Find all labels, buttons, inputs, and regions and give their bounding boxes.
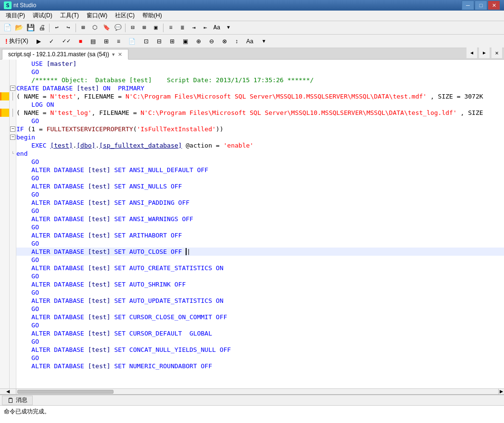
code-line-3: /****** Object: Database [test] Script D… [16,76,504,84]
save-button[interactable]: 💾 [25,23,36,33]
redo-button[interactable]: ↪ [63,23,74,33]
gutter-13 [0,158,9,166]
message-tab-bar: 🗒 消息 [0,395,504,406]
collapse-9[interactable]: − [10,125,16,133]
extra-button1[interactable]: ⊟ [127,23,138,33]
new-button[interactable]: 📄 [2,23,13,33]
collapse-18 [10,199,16,207]
code-line-24[interactable]: ALTER DATABASE [test] SET AUTO_CLOSE OFF… [16,248,504,256]
collapse-16 [10,182,16,190]
scroll-right-btn[interactable]: ▶ [498,389,504,394]
minimize-button[interactable]: ─ [462,0,474,10]
exec6-button[interactable]: ⊕ [193,36,204,47]
collapse-4[interactable]: − [10,84,16,92]
menu-debug[interactable]: 调试(D) [29,11,56,21]
debug-button[interactable]: ⬡ [89,23,100,33]
exec7-button[interactable]: ⊖ [206,36,217,47]
gutter-36 [0,346,9,354]
execute-button[interactable]: ! 执行(X) [2,36,32,47]
exec9-button[interactable]: ↕ [232,36,241,47]
gutter-10 [0,133,9,141]
collapse-20 [10,215,16,223]
code-panel[interactable]: USE [master] GO /****** Object: Database… [16,60,504,388]
toolbar-separator-3 [125,24,126,32]
tab-x-button[interactable]: ✕ [118,51,122,58]
menu-tools[interactable]: 工具(T) [56,11,83,21]
tab-close-all[interactable]: ✕ [491,48,502,58]
code-line-15: GO [16,174,504,182]
exec5-button[interactable]: ▣ [179,36,191,47]
exec2-button[interactable]: ⊡ [140,36,152,47]
menu-help[interactable]: 帮助(H) [139,11,166,21]
collapse-35 [10,337,16,346]
exec-chevron[interactable]: ▼ [258,36,270,47]
collapse-29 [10,288,16,297]
exec3-button[interactable]: ⊟ [153,36,165,47]
menu-project[interactable]: 项目(P) [2,11,29,21]
gutter-22 [0,231,9,239]
code-line-37: GO [16,354,504,362]
collapse-10[interactable]: − [10,133,16,141]
code-line-6: LOG ON [16,100,504,109]
scrollbar-thumb[interactable] [17,390,113,394]
message-icon: 🗒 [7,397,14,404]
align-button2[interactable]: ≣ [177,23,188,33]
code-line-31: GO [16,305,504,313]
code-line-17: GO [16,190,504,199]
message-tab[interactable]: 🗒 消息 [2,396,33,405]
title-bar: S nt Studio ─ □ ✕ [0,0,504,11]
collapse-30 [10,297,16,305]
scroll-left-btn[interactable]: ◀ [0,389,16,394]
parse2-button[interactable]: ✓✓ [59,36,74,47]
indent-button1[interactable]: ⇥ [189,23,199,33]
results-button[interactable]: ▤ [87,36,99,47]
exec8-button[interactable]: ⊗ [219,36,230,47]
message-content-area: 命令已成功完成。 [0,406,504,423]
collapse-17 [10,190,16,199]
tab-nav-left[interactable]: ◀ [466,48,477,58]
grid-button[interactable]: ⊞ [101,36,112,47]
tab-close-button[interactable]: ▾ [112,51,115,58]
menu-window[interactable]: 窗口(W) [83,11,111,21]
tab-nav-right[interactable]: ▶ [479,48,490,58]
extra-button2[interactable]: ⊞ [139,23,150,33]
collapse-10-btn[interactable]: − [10,135,15,140]
maximize-button[interactable]: □ [475,0,487,10]
scrollbar-track[interactable] [16,389,498,394]
comment-button[interactable]: 💬 [113,23,123,33]
collapse-4-btn[interactable]: − [10,86,15,91]
font-button[interactable]: Aa [212,23,222,33]
exec10-button[interactable]: Aa [243,36,257,47]
text-button[interactable]: ≡ [113,36,124,47]
align-button1[interactable]: ≡ [165,23,176,33]
menu-community[interactable]: 社区(C) [111,11,139,21]
code-line-18: ALTER DATABASE [test] SET ANSI_PADDING O… [16,199,504,207]
extra-button3[interactable]: ▣ [151,23,161,33]
gutter-25 [0,256,9,264]
gutter-2 [0,68,9,76]
gutter-31 [0,305,9,313]
code-line-16: ALTER DATABASE [test] SET ANSI_NULLS OFF [16,182,504,190]
indent-button2[interactable]: ⇤ [200,23,211,33]
print-button[interactable]: 🖨 [37,23,47,33]
script-tab[interactable]: script.sql - 192.1.0.231.master (sa (54)… [2,49,128,60]
gutter-30 [0,297,9,305]
exec4-button[interactable]: ⊞ [166,36,178,47]
undo-button[interactable]: ↩ [51,23,62,33]
file-button[interactable]: 📄 [125,36,139,47]
code-editor[interactable]: − − − └ [0,60,504,388]
code-line-38: ALTER DATABASE [test] SET NUMERIC_ROUNDA… [16,362,504,370]
debug-run-button[interactable]: ▶ [33,36,44,47]
parse-button[interactable]: ✓ [46,36,57,47]
stop-button[interactable]: ■ [76,36,86,47]
bookmark-button[interactable]: 🔖 [101,23,112,33]
collapse-24 [10,248,16,256]
close-button[interactable]: ✕ [488,0,500,10]
collapse-9-btn[interactable]: − [10,126,15,132]
open-button[interactable]: 📂 [13,23,24,33]
editor-area[interactable]: − − − └ [0,60,504,394]
collapse-32 [10,313,16,321]
format-button[interactable]: ⊞ [78,23,88,33]
horizontal-scrollbar[interactable]: ◀ ▶ [0,388,504,394]
chevron-down-icon[interactable]: ▼ [223,23,234,33]
